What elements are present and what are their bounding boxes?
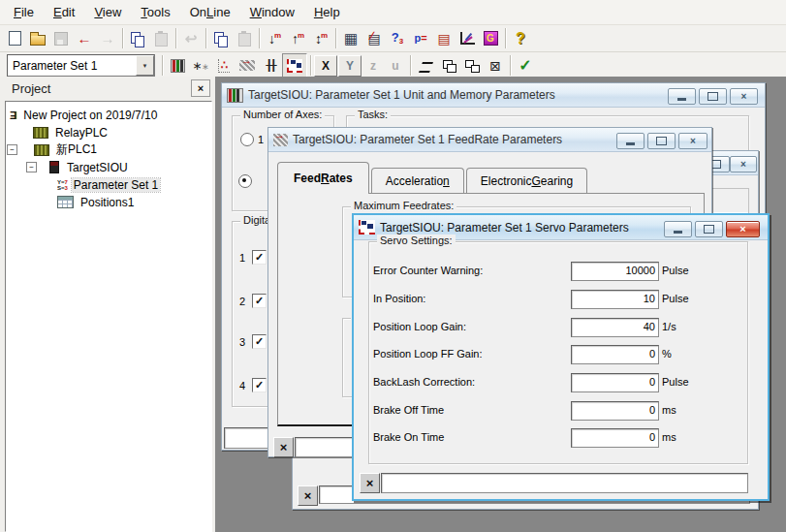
collapse-expander-icon[interactable]: − — [7, 144, 17, 155]
position-loop-gain-field[interactable]: 40 — [571, 318, 659, 337]
offset-button[interactable] — [414, 54, 437, 77]
tree-item-project-root[interactable]: Ǝ New Project on 2019/7/10 — [10, 107, 159, 123]
find-parameter-button[interactable]: ?3 — [386, 27, 409, 49]
axes-count-radio-selected[interactable] — [238, 174, 252, 188]
undo-button[interactable]: ↩ — [179, 27, 203, 49]
in-position-field[interactable]: 10 — [571, 290, 659, 309]
digital-checkbox-3[interactable]: ✓ — [252, 334, 267, 349]
find-value-button[interactable]: p= — [409, 27, 432, 49]
paste-button[interactable] — [149, 27, 173, 49]
navigate-forward-button[interactable]: → — [96, 27, 119, 49]
save-file-button[interactable] — [49, 27, 73, 49]
tree-item-targetsiou[interactable]: − TargetSIOU — [26, 159, 130, 175]
servo-status-field — [381, 473, 748, 493]
gcode-button[interactable]: G — [479, 27, 502, 49]
help-button[interactable]: ? — [509, 27, 532, 49]
tree-item-positions1[interactable]: Positions1 — [57, 194, 136, 210]
digital-checkbox-4[interactable]: ✓ — [252, 378, 267, 392]
error-counter-warning-field[interactable]: 10000 — [571, 262, 659, 281]
tab-electronic-gearing[interactable]: Electronic Gearing — [466, 168, 587, 194]
servo-params-button[interactable] — [282, 53, 307, 78]
axis-z-button[interactable]: z — [362, 56, 384, 76]
copy-program-button[interactable] — [209, 27, 233, 49]
menu-view[interactable]: View — [84, 2, 131, 22]
unit-memory-minimize-button[interactable] — [668, 88, 696, 105]
download-icon: ↓m — [268, 32, 280, 46]
menu-edit[interactable]: Edit — [44, 2, 84, 22]
tree-item-relayplc[interactable]: RelayPLC — [33, 124, 110, 141]
navigate-back-button[interactable]: ← — [73, 27, 96, 49]
brake-off-time-field[interactable]: 0 — [571, 401, 659, 421]
verify-with-controller-button[interactable]: ↕m — [309, 27, 332, 49]
project-panel-close-button[interactable]: × — [191, 79, 210, 97]
verify-icon: ↕m — [315, 32, 327, 46]
tab-feed-rates[interactable]: Feed Rates — [277, 162, 369, 194]
machine-params-button[interactable]: ╂╂ — [259, 54, 282, 77]
toolbar-separator — [505, 28, 506, 48]
menu-window[interactable]: Window — [240, 2, 304, 22]
servo-maximize-button[interactable] — [695, 221, 723, 237]
cascade-windows-button[interactable] — [437, 54, 460, 77]
unit-memory-params-button[interactable] — [166, 54, 189, 77]
tree-item-newplc1[interactable]: − 新PLC1 — [7, 141, 99, 158]
apply-changes-button[interactable]: ✓ — [514, 54, 537, 77]
feedrate-params-button[interactable]: → — [236, 54, 259, 77]
digital-checkbox-2[interactable]: ✓ — [252, 294, 267, 308]
parameter-set-combo[interactable]: Parameter Set 1 ▼ — [7, 54, 155, 77]
edit-monitor-button[interactable]: ▤∕ — [362, 27, 386, 49]
axes-count-radio-1[interactable] — [240, 133, 254, 146]
copy-button[interactable] — [126, 27, 149, 49]
menu-file[interactable]: File — [4, 2, 44, 22]
servo-close-button[interactable]: × — [726, 221, 760, 237]
trace-monitor-button[interactable]: ▤ — [432, 27, 456, 49]
mdi-workspace: TargetSIOU: Parameter Set 1 Unit and Mem… — [215, 77, 786, 532]
digital-checkbox-1[interactable]: ✓ — [252, 250, 267, 265]
unit-memory-close-button[interactable]: × — [730, 88, 758, 105]
open-file-button[interactable] — [26, 27, 49, 49]
open-folder-icon — [30, 35, 46, 46]
combo-dropdown-button[interactable]: ▼ — [136, 55, 154, 76]
close-icon: × — [198, 82, 204, 94]
close-table-button[interactable]: ⊠ — [484, 54, 507, 77]
download-to-controller-button[interactable]: ↓m — [263, 27, 286, 49]
jog-mode-button[interactable]: ∗∗ — [189, 54, 212, 77]
axis-x-button[interactable]: X — [314, 55, 337, 77]
positions-table-button[interactable]: ∴ — [212, 54, 236, 77]
hidden-params-close-button[interactable]: × — [730, 156, 757, 172]
project-tree: Ǝ New Project on 2019/7/10 RelayPLC − 新P… — [5, 101, 212, 532]
watch-monitor-button[interactable]: ▦ — [339, 27, 362, 49]
axis-u-button[interactable]: u — [385, 56, 406, 76]
brake-on-time-field[interactable]: 0 — [571, 428, 659, 448]
upload-from-controller-button[interactable]: ↑m — [286, 27, 309, 49]
menu-tools[interactable]: Tools — [131, 2, 179, 22]
arrange-windows-button[interactable] — [460, 54, 484, 77]
feedrate-close-button[interactable]: × — [678, 133, 707, 149]
error-counter-warning-label: Error Counter Warning: — [373, 265, 483, 276]
feedrate-titlebar[interactable]: → TargetSIOU: Parameter Set 1 FeedRate P… — [268, 128, 711, 152]
menu-online[interactable]: OnLine — [180, 2, 240, 22]
feedrate-dismiss-button[interactable]: × — [273, 437, 294, 457]
close-table-icon: ⊠ — [489, 59, 501, 73]
backlash-correction-field[interactable]: 0 — [571, 373, 659, 392]
trend-chart-button[interactable] — [456, 27, 479, 49]
collapse-expander-icon[interactable]: − — [26, 162, 37, 172]
digital-row-4-label: 4 — [239, 380, 245, 391]
new-file-button[interactable] — [3, 27, 26, 49]
paste-program-button[interactable] — [233, 27, 256, 49]
error-counter-warning-unit: Pulse — [662, 265, 689, 276]
axis-y-button[interactable]: Y — [338, 55, 362, 77]
find-value-icon: p= — [414, 33, 426, 44]
tree-item-parameter-set-1[interactable]: Y=7 S=3 Parameter Set 1 — [57, 176, 160, 193]
unit-memory-maximize-button[interactable] — [699, 88, 727, 105]
position-loop-ff-gain-field[interactable]: 0 — [571, 345, 659, 364]
servo-dismiss-button[interactable]: × — [360, 473, 380, 493]
menu-help[interactable]: Help — [304, 2, 350, 22]
find-parameter-icon: ?3 — [392, 31, 403, 46]
hidden-params-dismiss-button[interactable]: × — [298, 485, 318, 506]
feedrate-maximize-button[interactable] — [647, 133, 676, 149]
undo-icon: ↩ — [185, 31, 198, 46]
servo-minimize-button[interactable] — [664, 221, 692, 237]
feedrate-minimize-button[interactable] — [616, 133, 645, 149]
close-icon: × — [690, 137, 696, 146]
tab-acceleration[interactable]: Acceleration — [371, 168, 464, 194]
